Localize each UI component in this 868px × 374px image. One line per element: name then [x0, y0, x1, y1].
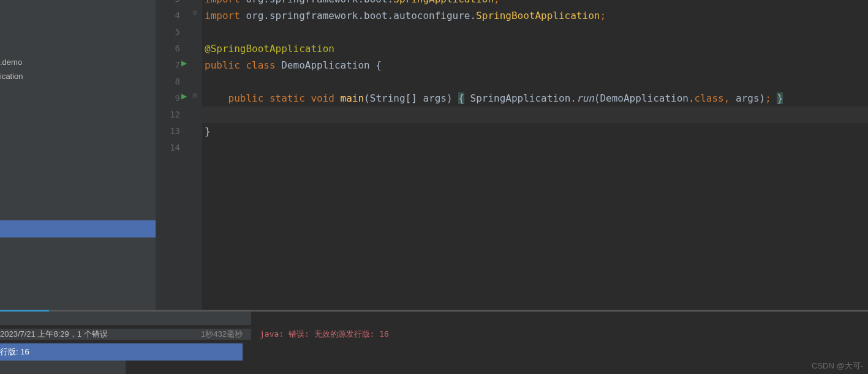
line-number[interactable]: 14 — [156, 140, 191, 156]
line-number[interactable]: 5 — [156, 24, 191, 40]
code-line[interactable]: public static void main(String[] args) {… — [202, 90, 868, 107]
error-detail-selected[interactable]: 行版: 16 — [0, 343, 243, 361]
line-number[interactable]: 8 — [156, 73, 191, 90]
line-number[interactable]: 6 — [156, 40, 191, 57]
code-line[interactable] — [202, 24, 868, 40]
line-number-gutter[interactable]: 3 4 5 6 7 8 9 12 13 14 ▶ ▶ — [156, 0, 191, 310]
fold-icon[interactable]: ⊖ — [192, 9, 197, 16]
build-timestamp: 2023/7/21 上午8:29，1 个错误 — [0, 329, 108, 340]
watermark: CSDN @大可- — [812, 361, 863, 372]
run-gutter-icon[interactable]: ▶ — [181, 92, 187, 100]
code-line-current[interactable] — [202, 107, 868, 123]
code-line[interactable] — [202, 73, 868, 90]
line-number[interactable]: 13 — [156, 123, 191, 140]
progress-bar — [0, 310, 868, 312]
build-error-message[interactable]: java: 错误: 无效的源发行版: 16 — [251, 329, 868, 340]
code-line[interactable]: import org.springframework.boot.autoconf… — [202, 7, 868, 24]
sidebar-item-demo[interactable]: .demo — [0, 55, 156, 69]
line-number[interactable]: 12 — [156, 107, 191, 123]
progress-fill — [0, 310, 49, 312]
code-editor[interactable]: import org.springframework.boot.SpringAp… — [202, 0, 868, 310]
code-line[interactable]: @SpringBootApplication — [202, 40, 868, 57]
fold-gutter[interactable]: ⊖ ⊖ ⊞ — [191, 0, 202, 310]
sidebar-item-app[interactable]: ication — [0, 69, 156, 83]
line-number[interactable]: 3 — [156, 0, 191, 7]
build-duration: 1秒432毫秒 — [201, 329, 251, 340]
code-line[interactable] — [202, 140, 868, 156]
project-sidebar[interactable]: .demo ication — [0, 0, 156, 310]
run-gutter-icon[interactable]: ▶ — [181, 59, 187, 67]
code-line[interactable]: import org.springframework.boot.SpringAp… — [202, 0, 868, 7]
sidebar-selection[interactable] — [0, 220, 156, 237]
code-line[interactable]: public class DemoApplication { — [202, 57, 868, 73]
code-line[interactable]: } — [202, 123, 868, 140]
line-number[interactable]: 4 — [156, 7, 191, 24]
build-output-panel[interactable]: 2023/7/21 上午8:29，1 个错误 1秒432毫秒 java: 错误:… — [0, 310, 868, 374]
fold-icon[interactable]: ⊞ — [192, 92, 197, 99]
